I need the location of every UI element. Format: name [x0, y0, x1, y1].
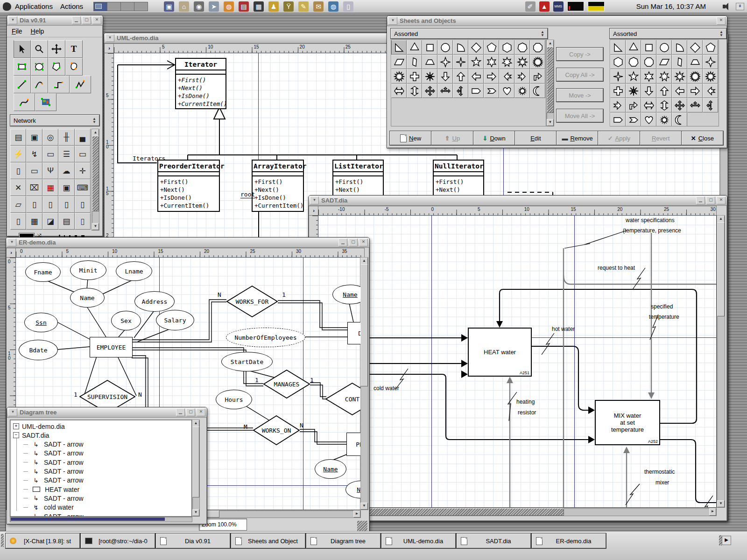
tree-item-sadt-dia[interactable]: −SADT.dia [13, 431, 49, 440]
redhat-icon[interactable]: ▲ [539, 1, 550, 12]
left-shape-quarter-circle[interactable] [453, 40, 468, 55]
menu-file[interactable]: File [12, 28, 22, 35]
network-shape-tower-pc-3[interactable]: ▯ [58, 196, 74, 213]
er-attribute-sex[interactable]: Sex [111, 311, 141, 330]
right-shape-six-point-star[interactable] [641, 69, 656, 84]
left-shape-octagon[interactable] [530, 40, 545, 55]
tree-item-sadt-arrow[interactable]: ↳SADT - arrow [29, 467, 84, 476]
taskbar-button--x-chat-1-9-8-st[interactable]: [X-Chat [1.9.8]: st [6, 533, 80, 548]
er-minimize-button[interactable]: ▁ [338, 238, 347, 246]
tool-polygon[interactable] [48, 58, 65, 76]
terminal-icon[interactable]: ▦ [254, 1, 264, 12]
left-shape-scrollbar[interactable]: ▲ ▼ [546, 40, 554, 126]
network-shape-crossover[interactable]: ✕ [10, 179, 26, 196]
menu-actions[interactable]: Actions [60, 2, 83, 10]
right-shape-pentagon[interactable] [703, 40, 718, 55]
network-shape-mainframe[interactable]: ▤ [10, 129, 26, 146]
tree-maximize-button[interactable]: ▢ [186, 408, 195, 416]
uml-label-root[interactable]: root [240, 191, 255, 198]
left-shape-cross[interactable] [407, 69, 422, 84]
sadt-label-specified[interactable]: specified [651, 303, 673, 310]
left-shape-pentagon-block-arrow[interactable] [468, 84, 484, 98]
sheets-close-button[interactable]: ✕ [717, 17, 726, 25]
workspace-1[interactable] [94, 2, 107, 11]
left-shape-up-arrow[interactable] [453, 69, 468, 84]
uml-ruler-corner[interactable]: › [104, 43, 114, 54]
gnome-foot-icon[interactable] [3, 2, 11, 11]
right-shape-right-triangle[interactable] [610, 40, 626, 55]
web-browser-icon[interactable]: ◍ [224, 1, 234, 12]
er-resize-grip[interactable] [357, 521, 367, 531]
uml-class-iterator[interactable]: Iterator+First()+Next()+IsDone()+Current… [175, 58, 226, 109]
revert-button[interactable]: Revert [640, 131, 682, 145]
sadt-ruler-corner[interactable]: › [309, 206, 319, 216]
tool-modify[interactable] [14, 40, 31, 58]
screenshot-tool-icon[interactable]: ▣ [164, 1, 174, 12]
left-shape-four-point-star[interactable] [437, 55, 453, 69]
network-shape-disk-array[interactable]: ◎ [42, 129, 58, 146]
tree-item-sadt-arrow[interactable]: ↳SADT - arrow [29, 449, 84, 458]
tray-applet-icon[interactable]: 8 [736, 3, 744, 10]
sadt-hscrollbar[interactable]: ◄ ► [318, 508, 717, 516]
tool-bezierline[interactable] [14, 93, 35, 111]
tree-vscrollbar[interactable]: ▲ ▼ [192, 420, 200, 517]
taskbar-button-sadt-dia[interactable]: SADT.dia [457, 533, 531, 548]
left-shape-maltese-cross[interactable] [422, 69, 437, 84]
taskbar-button-uml-demo-dia[interactable]: UML-demo.dia [381, 533, 456, 548]
er-attribute-name3[interactable]: Name [315, 459, 346, 479]
right-sheet-selector[interactable]: Assorted ▲▼ [610, 28, 726, 39]
er-relationship-works_for[interactable]: WORKS_FOR [226, 286, 278, 317]
right-shape-twelve-point-star[interactable] [703, 69, 718, 84]
tree-item-heat-water[interactable]: HEAT water [29, 485, 79, 494]
workspace-3[interactable] [121, 2, 134, 11]
network-shape-lightning-link[interactable]: ⚡ [10, 146, 26, 162]
left-shape-left-arrow[interactable] [468, 69, 484, 84]
network-shape-monitor[interactable]: ▣ [26, 129, 42, 146]
tree-item-sadt-arrow[interactable]: ↳SADT - arrow [29, 440, 84, 449]
left-shape-notched-right-arrow[interactable] [514, 69, 530, 84]
network-shape-keyboard[interactable]: ⌨ [75, 179, 91, 196]
sadt-label-mixer[interactable]: mixer [655, 479, 669, 486]
keyboard-flag-2[interactable] [588, 1, 605, 11]
right-shape-crescent-moon[interactable] [672, 112, 687, 126]
left-shape-down-arrow[interactable] [437, 69, 453, 84]
network-shape-floppy-disk[interactable]: ▦ [26, 213, 42, 230]
network-shape-radio-tower[interactable]: Ψ [42, 162, 58, 179]
toolbox-minimize-button[interactable]: ▁ [72, 16, 81, 24]
er-titlebar[interactable]: ▾ ER-demo.dia ▁ ▢ ✕ [6, 238, 369, 248]
left-shape-isoceles-triangle[interactable] [407, 40, 422, 55]
sadt-vscrollbar[interactable]: ▲ ▼ [717, 215, 725, 508]
sheets-titlebar[interactable]: ▾ Sheets and Objects ✕ [387, 16, 727, 26]
right-shape-square[interactable] [641, 40, 656, 55]
right-shape-hexagon[interactable] [610, 55, 626, 69]
sadt-label-temperature[interactable]: temperature [649, 314, 679, 320]
menu-help[interactable]: Help [31, 28, 44, 35]
network-shape-tower-pc-4[interactable]: ▯ [75, 196, 91, 213]
project-icon[interactable]: Ÿ [283, 1, 294, 12]
tool-magnify[interactable] [31, 40, 48, 58]
camera-icon[interactable]: ◉ [194, 1, 204, 12]
toolbox-maximize-button[interactable]: ▢ [82, 16, 91, 24]
sadt-shade-button[interactable]: ▾ [310, 196, 319, 204]
taskbar-button-er-demo-dia[interactable]: ER-demo.dia [532, 533, 606, 548]
tree-item-uml-demo-dia[interactable]: +UML-demo.dia [13, 422, 65, 431]
right-shape-trapezoid[interactable] [687, 55, 703, 69]
right-shape-pentagon-block-arrow[interactable] [610, 112, 626, 126]
right-shape-maltese-cross[interactable] [626, 84, 641, 98]
left-shape-ellipse[interactable] [437, 40, 453, 55]
apply-button[interactable]: ✓Apply [598, 131, 640, 145]
left-shape-sixteen-point-star[interactable] [530, 55, 545, 69]
panel-clock[interactable]: Sun Mar 16, 10:37 AM [636, 2, 706, 10]
sadt-titlebar[interactable]: ▾ SADT.dia ▁ ▢ ✕ [309, 196, 727, 206]
sadt-label-thermostatic[interactable]: thermostatic [644, 469, 675, 475]
sadt-label-water-spec2[interactable]: (temperature, presence [623, 227, 681, 234]
keyboard-flag-1[interactable] [567, 1, 584, 11]
left-shape-twelve-point-star[interactable] [391, 69, 407, 84]
left-shape-turn-up-arrow[interactable] [530, 69, 545, 84]
right-shape-right-arrow[interactable] [687, 84, 703, 98]
right-shape-chevron[interactable] [626, 112, 641, 126]
network-globe-icon[interactable]: ◍ [328, 1, 338, 12]
left-shape-crescent-moon[interactable] [530, 84, 545, 98]
transfer-button-copy-all-[interactable]: Copy All -> [557, 68, 603, 81]
network-shape-telephone[interactable]: ▯ [10, 213, 26, 230]
